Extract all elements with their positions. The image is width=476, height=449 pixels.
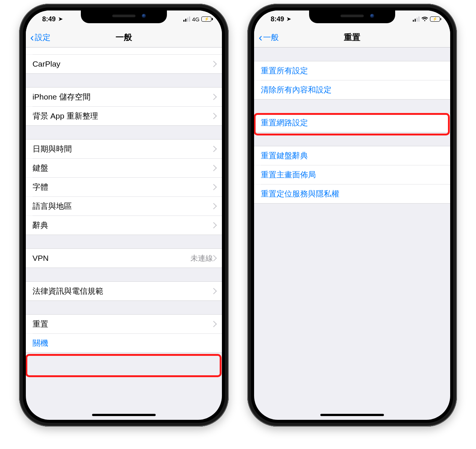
row-label: CarPlay xyxy=(33,59,61,68)
status-time: 8:49 xyxy=(271,15,284,23)
row-label: 語言與地區 xyxy=(33,201,72,211)
row-keyboard[interactable]: 鍵盤 xyxy=(26,159,222,177)
highlight-reset xyxy=(26,354,222,377)
wifi-icon xyxy=(421,16,428,22)
cellular-signal-icon xyxy=(413,16,419,22)
phone-screen-right: 8:49 ➤ ⚡ xyxy=(254,10,450,420)
home-indicator[interactable] xyxy=(320,414,384,416)
nav-back-button[interactable]: ‹ 一般 xyxy=(259,28,279,47)
row-label: 關機 xyxy=(33,338,48,348)
row-reset-home-layout[interactable]: 重置主畫面佈局 xyxy=(254,165,450,184)
row-label: 日期與時間 xyxy=(33,144,72,154)
row-legal[interactable]: 法律資訊與電信規範 xyxy=(26,281,222,301)
row-dictionary[interactable]: 辭典 xyxy=(26,216,222,235)
row-language-region[interactable]: 語言與地區 xyxy=(26,197,222,216)
notch xyxy=(309,10,395,23)
row-date-time[interactable]: 日期與時間 xyxy=(26,139,222,158)
phone-screen-left: 8:49 ➤ 4G ⚡ ‹ 設定 一般 xyxy=(26,10,222,420)
row-erase-all-content[interactable]: 清除所有內容和設定 xyxy=(254,80,450,100)
row-label: 辭典 xyxy=(33,220,48,230)
nav-bar: ‹ 設定 一般 xyxy=(26,28,222,48)
row-label: iPhone 儲存空間 xyxy=(33,92,91,102)
phone-frame-left: 8:49 ➤ 4G ⚡ ‹ 設定 一般 xyxy=(19,4,229,427)
settings-list[interactable]: 接力 CarPlay iPhone 儲存空間 背景 App 重新整理 xyxy=(26,48,222,420)
row-label: VPN xyxy=(33,254,49,263)
row-reset-network-settings[interactable]: 重置網路設定 xyxy=(254,113,450,132)
reset-list[interactable]: 重置所有設定 清除所有內容和設定 重置網路設定 重置鍵盤辭 xyxy=(254,48,450,420)
status-time: 8:49 xyxy=(42,15,56,23)
row-label: 背景 App 重新整理 xyxy=(33,111,98,121)
row-label: 鍵盤 xyxy=(33,163,48,173)
vpn-status-label: 未連線 xyxy=(190,253,213,263)
location-arrow-icon: ➤ xyxy=(286,15,291,22)
row-label: 重置所有設定 xyxy=(261,65,308,76)
notch xyxy=(81,10,167,23)
nav-title: 一般 xyxy=(116,32,132,43)
row-reset-all-settings[interactable]: 重置所有設定 xyxy=(254,61,450,80)
row-label: 清除所有內容和設定 xyxy=(261,85,332,95)
network-type-label: 4G xyxy=(192,16,199,22)
phone-frame-right: 8:49 ➤ ⚡ xyxy=(247,4,457,427)
nav-bar: ‹ 一般 重置 xyxy=(254,28,450,48)
row-vpn[interactable]: VPN 未連線 xyxy=(26,248,222,268)
location-arrow-icon: ➤ xyxy=(58,15,63,22)
row-label: 重置定位服務與隱私權 xyxy=(261,189,339,199)
row-reset[interactable]: 重置 xyxy=(26,314,222,333)
row-label: 重置鍵盤辭典 xyxy=(261,150,308,161)
row-label: 重置 xyxy=(33,319,48,329)
row-label: 字體 xyxy=(33,182,48,192)
battery-icon: ⚡ xyxy=(201,16,213,22)
row-label: 重置主畫面佈局 xyxy=(261,169,316,180)
nav-back-label: 一般 xyxy=(263,32,279,43)
nav-back-button[interactable]: ‹ 設定 xyxy=(30,28,51,47)
nav-title: 重置 xyxy=(344,32,360,43)
row-reset-location-privacy[interactable]: 重置定位服務與隱私權 xyxy=(254,184,450,204)
row-handoff[interactable]: 接力 xyxy=(26,48,222,54)
row-iphone-storage[interactable]: iPhone 儲存空間 xyxy=(26,87,222,106)
row-shutdown[interactable]: 關機 xyxy=(26,334,222,353)
row-reset-keyboard-dictionary[interactable]: 重置鍵盤辭典 xyxy=(254,146,450,165)
row-label: 法律資訊與電信規範 xyxy=(33,286,103,296)
battery-icon: ⚡ xyxy=(430,16,442,22)
row-carplay[interactable]: CarPlay xyxy=(26,55,222,74)
row-background-app-refresh[interactable]: 背景 App 重新整理 xyxy=(26,107,222,126)
nav-back-label: 設定 xyxy=(35,32,51,43)
row-fonts[interactable]: 字體 xyxy=(26,178,222,196)
row-label: 重置網路設定 xyxy=(261,117,308,128)
cellular-signal-icon xyxy=(183,16,190,22)
home-indicator[interactable] xyxy=(92,414,156,416)
